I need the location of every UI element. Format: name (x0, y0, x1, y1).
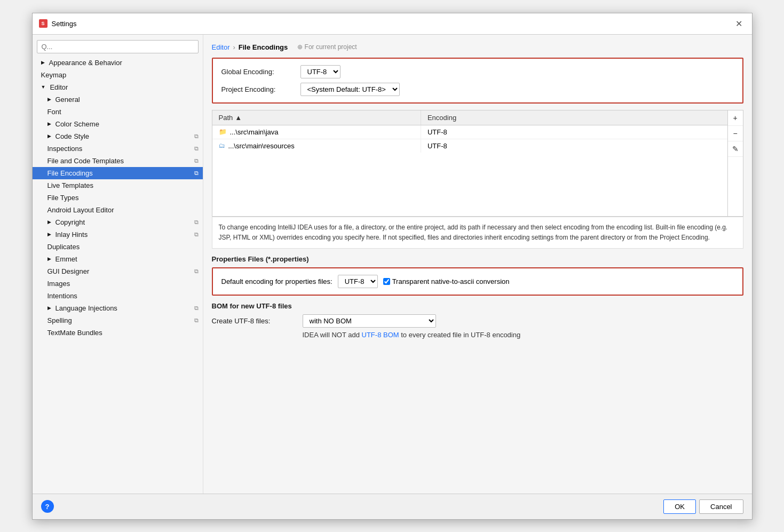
sidebar-item-gui-designer[interactable]: GUI Designer ⧉ (33, 265, 203, 277)
properties-files-title: Properties Files (*.properties) (212, 255, 743, 263)
sidebar: ▶Appearance & Behavior Keymap ▼Editor ▶G… (33, 35, 203, 494)
path-column-header[interactable]: Path ▲ (212, 110, 421, 125)
breadcrumb-current: File Encodings (239, 43, 288, 51)
search-bar (33, 37, 203, 57)
for-current-project: ⊕ For current project (297, 43, 357, 51)
transparent-conversion-checkbox[interactable] (383, 278, 390, 285)
folder-icon: 🗂 (219, 142, 225, 149)
cancel-button[interactable]: Cancel (699, 499, 743, 514)
copy-icon: ⧉ (194, 219, 199, 226)
table-side-buttons: + − ✎ (727, 110, 743, 216)
path-cell: 📁 ...\src\main\java (212, 125, 421, 139)
chevron-right-icon: ▶ (47, 133, 51, 139)
remove-path-button[interactable]: − (728, 126, 743, 141)
copy-icon: ⧉ (194, 133, 199, 140)
table-row[interactable]: 📁 ...\src\main\java UTF-8 (212, 125, 727, 139)
copy-icon: ⧉ (194, 231, 199, 238)
copy-icon: ⧉ (194, 145, 199, 152)
properties-files-box: Default encoding for properties files: U… (212, 267, 743, 296)
sidebar-item-general[interactable]: ▶General (33, 93, 203, 106)
folder-icon: 📁 (219, 128, 227, 136)
search-input[interactable] (37, 40, 199, 53)
project-encoding-select[interactable]: <System Default: UTF-8> (300, 83, 400, 96)
sidebar-item-language-injections[interactable]: ▶Language Injections ⧉ (33, 302, 203, 314)
sidebar-item-code-style[interactable]: ▶Code Style ⧉ (33, 130, 203, 142)
main-content: Editor › File Encodings ⊕ For current pr… (203, 35, 752, 494)
chevron-right-icon: ▶ (47, 121, 51, 126)
sidebar-item-editor[interactable]: ▼Editor (33, 81, 203, 93)
global-encoding-label: Global Encoding: (221, 68, 296, 76)
app-icon: S (39, 19, 47, 28)
dialog-body: ▶Appearance & Behavior Keymap ▼Editor ▶G… (33, 35, 752, 494)
encoding-settings-box: Global Encoding: UTF-8 Project Encoding:… (212, 58, 743, 104)
chevron-right-icon: ▶ (41, 60, 45, 65)
help-button[interactable]: ? (41, 500, 54, 513)
breadcrumb-parent: Editor (212, 43, 230, 51)
sidebar-item-live-templates[interactable]: Live Templates (33, 179, 203, 192)
dialog-title: Settings (52, 20, 77, 28)
sidebar-item-intentions[interactable]: Intentions (33, 290, 203, 302)
bom-row: Create UTF-8 files: with NO BOM (212, 314, 743, 328)
sidebar-item-keymap[interactable]: Keymap (33, 69, 203, 81)
global-encoding-select[interactable]: UTF-8 (300, 65, 340, 78)
table-content: Path ▲ Encoding 📁 ...\src\main\java (212, 110, 727, 216)
sidebar-item-spelling[interactable]: Spelling ⧉ (33, 314, 203, 327)
bom-title: BOM for new UTF-8 files (212, 302, 743, 310)
default-encoding-select[interactable]: UTF-8 (338, 275, 378, 288)
breadcrumb: Editor › File Encodings ⊕ For current pr… (212, 43, 743, 51)
encoding-cell: UTF-8 (421, 139, 727, 153)
chevron-right-icon: ▶ (47, 232, 51, 237)
chevron-right-icon: ▶ (47, 256, 51, 261)
transparent-conversion-checkbox-label[interactable]: Transparent native-to-ascii conversion (383, 277, 510, 285)
footer-left: ? (41, 499, 54, 514)
copy-icon: ⧉ (194, 170, 199, 177)
path-cell: 🗂 ...\src\main\resources (212, 139, 421, 153)
edit-path-button[interactable]: ✎ (728, 141, 743, 157)
sidebar-item-file-encodings[interactable]: File Encodings ⧉ (33, 167, 203, 179)
info-text: To change encoding IntelliJ IDEA uses fo… (212, 217, 743, 249)
default-encoding-label: Default encoding for properties files: (221, 277, 332, 285)
copy-icon: ⧉ (194, 268, 199, 275)
sidebar-item-textmate-bundles[interactable]: TextMate Bundles (33, 327, 203, 339)
utf8-bom-link[interactable]: UTF-8 BOM (362, 331, 399, 339)
close-button[interactable]: ✕ (732, 18, 746, 30)
create-utf8-label: Create UTF-8 files: (212, 317, 297, 325)
table-header: Path ▲ Encoding (212, 110, 727, 125)
settings-dialog: S Settings ✕ ▶Appearance & Behavior Keym… (32, 13, 753, 520)
sidebar-item-inspections[interactable]: Inspections ⧉ (33, 142, 203, 155)
copy-icon: ⧉ (194, 157, 199, 164)
encoding-cell: UTF-8 (421, 125, 727, 139)
title-bar-left: S Settings (39, 19, 77, 28)
chevron-right-icon: ▶ (47, 219, 51, 225)
footer-right: OK Cancel (663, 499, 743, 514)
chevron-right-icon: ▶ (47, 305, 51, 311)
copy-icon: ⧉ (194, 305, 199, 312)
global-encoding-row: Global Encoding: UTF-8 (221, 65, 734, 78)
footer: ? OK Cancel (33, 494, 752, 519)
chevron-right-icon: ▶ (47, 97, 51, 102)
sidebar-item-inlay-hints[interactable]: ▶Inlay Hints ⧉ (33, 228, 203, 241)
sidebar-item-file-code-templates[interactable]: File and Code Templates ⧉ (33, 155, 203, 167)
encoding-column-header[interactable]: Encoding (421, 110, 727, 125)
sidebar-item-images[interactable]: Images (33, 277, 203, 290)
title-bar: S Settings ✕ (33, 13, 752, 35)
add-path-button[interactable]: + (728, 110, 743, 126)
chevron-down-icon: ▼ (41, 84, 46, 90)
sort-arrow-icon: ▲ (235, 114, 242, 122)
sidebar-item-color-scheme[interactable]: ▶Color Scheme (33, 118, 203, 130)
sidebar-item-emmet[interactable]: ▶Emmet (33, 253, 203, 265)
bom-section: BOM for new UTF-8 files Create UTF-8 fil… (212, 302, 743, 339)
bom-note: IDEA will NOT add UTF-8 BOM to every cre… (303, 331, 743, 339)
sidebar-item-duplicates[interactable]: Duplicates (33, 241, 203, 253)
sidebar-item-android-layout-editor[interactable]: Android Layout Editor (33, 204, 203, 216)
create-utf8-select[interactable]: with NO BOM (303, 314, 436, 328)
project-encoding-label: Project Encoding: (221, 85, 296, 93)
table-row[interactable]: 🗂 ...\src\main\resources UTF-8 (212, 139, 727, 153)
ok-button[interactable]: OK (663, 499, 696, 514)
sidebar-item-font[interactable]: Font (33, 106, 203, 118)
sidebar-item-appearance[interactable]: ▶Appearance & Behavior (33, 57, 203, 69)
project-encoding-row: Project Encoding: <System Default: UTF-8… (221, 83, 734, 96)
path-encoding-table-wrapper: Path ▲ Encoding 📁 ...\src\main\java (212, 110, 743, 217)
sidebar-item-copyright[interactable]: ▶Copyright ⧉ (33, 216, 203, 228)
sidebar-item-file-types[interactable]: File Types (33, 192, 203, 204)
